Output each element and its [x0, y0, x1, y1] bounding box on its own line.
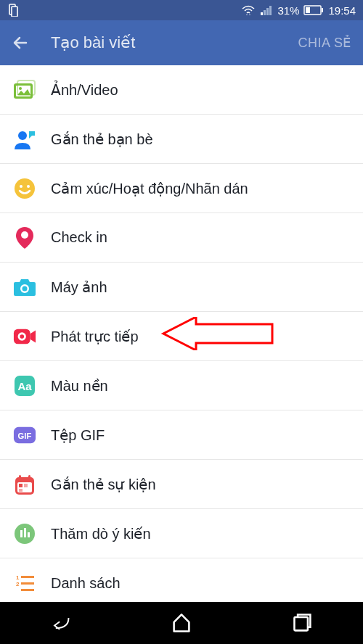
svg-rect-36: [24, 528, 26, 537]
svg-rect-31: [19, 489, 23, 492]
poll-icon: [13, 522, 36, 545]
svg-text:1: 1: [16, 574, 20, 581]
svg-rect-32: [19, 475, 21, 479]
svg-point-11: [19, 87, 22, 90]
app-header: Tạo bài viết CHIA SẺ: [0, 20, 363, 65]
nav-home-icon[interactable]: [171, 612, 192, 634]
option-poll[interactable]: Thăm dò ý kiến: [0, 509, 363, 558]
nav-recent-icon[interactable]: [292, 612, 314, 634]
option-label: Phát trực tiếp: [51, 328, 139, 345]
background-icon: Aa: [13, 374, 36, 397]
option-label: Tệp GIF: [51, 426, 105, 444]
svg-rect-5: [269, 6, 272, 15]
option-gif[interactable]: GIF Tệp GIF: [0, 410, 363, 460]
option-feeling-activity[interactable]: Cảm xúc/Hoạt động/Nhãn dán: [0, 164, 363, 213]
svg-rect-7: [322, 8, 323, 12]
tag-friend-icon: [13, 128, 36, 151]
svg-rect-29: [19, 484, 23, 487]
svg-rect-35: [20, 530, 23, 537]
photo-icon: [13, 78, 36, 102]
svg-point-22: [20, 334, 24, 339]
battery-percent: 31%: [277, 4, 299, 17]
option-list[interactable]: 1 2 Danh sách: [0, 558, 363, 608]
svg-point-15: [20, 185, 23, 188]
gif-icon: GIF: [13, 424, 36, 447]
option-label: Gắn thẻ bạn bè: [51, 131, 153, 148]
screen-icon: [7, 4, 19, 17]
status-bar: 31% 19:54: [0, 0, 363, 20]
wifi-icon: [241, 5, 256, 15]
option-label: Ảnh/Video: [51, 81, 118, 99]
android-navbar: [0, 602, 363, 644]
list-icon: 1 2: [13, 571, 36, 595]
option-background-color[interactable]: Aa Màu nền: [0, 361, 363, 410]
svg-rect-4: [266, 8, 269, 15]
svg-point-16: [27, 185, 30, 188]
nav-back-icon[interactable]: [49, 612, 71, 634]
svg-text:2: 2: [16, 581, 20, 587]
option-label: Danh sách: [51, 575, 121, 592]
svg-point-19: [23, 286, 28, 291]
svg-rect-43: [294, 617, 307, 630]
live-icon: [13, 325, 36, 348]
post-options-list: Ảnh/Video Gắn thẻ bạn bè Cảm xúc/Hoạt độ…: [0, 65, 363, 608]
option-label: Check in: [51, 229, 107, 246]
svg-rect-3: [264, 10, 266, 15]
svg-rect-8: [306, 7, 310, 13]
svg-point-17: [21, 231, 28, 239]
option-label: Máy ảnh: [51, 278, 107, 296]
status-left: [7, 4, 19, 17]
svg-text:Aa: Aa: [17, 380, 32, 392]
option-live-video[interactable]: Phát trực tiếp: [0, 312, 363, 361]
svg-rect-39: [21, 576, 34, 578]
feeling-icon: [13, 177, 36, 200]
status-right: 31% 19:54: [241, 4, 356, 17]
svg-point-14: [15, 178, 35, 199]
option-photo-video[interactable]: Ảnh/Video: [0, 65, 363, 115]
battery-icon: [303, 5, 324, 15]
svg-rect-1: [12, 7, 17, 17]
option-label: Thăm dò ý kiến: [51, 525, 151, 542]
event-icon: [13, 473, 36, 496]
svg-rect-30: [24, 484, 28, 487]
svg-rect-33: [28, 475, 30, 479]
clock: 19:54: [328, 4, 356, 17]
svg-point-13: [18, 131, 27, 140]
svg-rect-42: [21, 589, 34, 591]
camera-icon: [13, 276, 36, 299]
option-label: Cảm xúc/Hoạt động/Nhãn dán: [51, 180, 248, 197]
option-label: Gắn thẻ sự kiện: [51, 476, 156, 493]
option-label: Màu nền: [51, 377, 108, 395]
option-tag-friends[interactable]: Gắn thẻ bạn bè: [0, 115, 363, 164]
svg-rect-41: [21, 582, 34, 585]
signal-icon: [260, 5, 273, 15]
checkin-icon: [13, 226, 36, 249]
back-arrow-icon[interactable]: [12, 33, 30, 52]
option-check-in[interactable]: Check in: [0, 213, 363, 263]
option-camera[interactable]: Máy ảnh: [0, 263, 363, 312]
page-title: Tạo bài viết: [51, 33, 277, 52]
svg-rect-37: [28, 532, 30, 537]
svg-text:GIF: GIF: [18, 431, 32, 439]
option-tag-event[interactable]: Gắn thẻ sự kiện: [0, 460, 363, 509]
share-button[interactable]: CHIA SẺ: [298, 35, 351, 51]
svg-rect-2: [261, 12, 263, 15]
